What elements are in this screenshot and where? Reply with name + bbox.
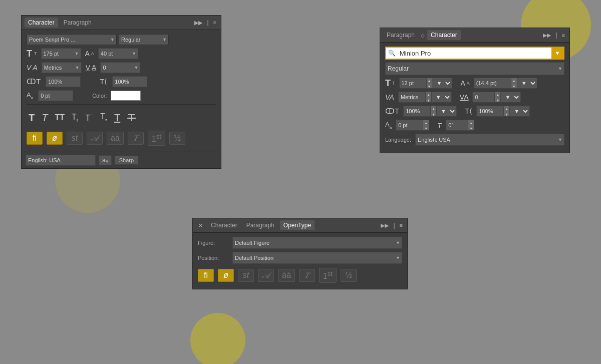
type-btn-sup[interactable]: T⁻ bbox=[83, 112, 95, 124]
panel-left-footer: English: USA aₐ Sharp bbox=[22, 152, 221, 168]
font-name-select[interactable]: Poem Script Pro ... bbox=[27, 34, 117, 45]
size-icon: T T bbox=[27, 49, 37, 59]
tracking-select-wrapper: Metrics ▼ bbox=[42, 62, 82, 73]
scale-h-input[interactable] bbox=[46, 76, 81, 87]
pr-size-arrows[interactable]: ▲▼ bbox=[427, 78, 433, 89]
ot-panel-btn-titling[interactable]: 𝑇 bbox=[299, 269, 315, 282]
panel-ot-header: ✕ Character Paragraph OpenType ▶▶ | ≡ bbox=[193, 218, 407, 233]
panel-left-menu[interactable]: ≡ bbox=[212, 20, 218, 26]
leading-select-wrapper: 40 pt ▼ bbox=[98, 48, 138, 59]
pr-language-label: Language: bbox=[385, 137, 411, 143]
pr-scale-v-arrows[interactable]: ▲▼ bbox=[504, 106, 510, 117]
type-btn-underline[interactable]: T bbox=[112, 111, 122, 125]
ot-btn-st[interactable]: st bbox=[67, 132, 83, 145]
baseline-icon: Aa bbox=[27, 91, 33, 100]
panel-left-arrows[interactable]: ▶▶ bbox=[193, 20, 204, 26]
close-button[interactable]: ✕ bbox=[196, 222, 205, 229]
pr-scale-h-input[interactable] bbox=[403, 106, 431, 117]
panel-character-right: Paragraph ◇ Character ▶▶ | ≡ 🔍 ▼ Regular… bbox=[380, 28, 570, 153]
tab-opentype[interactable]: OpenType bbox=[280, 220, 315, 230]
panel-ot-menu[interactable]: ≡ bbox=[398, 222, 404, 228]
scale-row: ↀT T⟨ bbox=[27, 76, 216, 87]
pr-tracking-unit[interactable]: ▼ bbox=[432, 92, 452, 103]
ot-panel-btn-fi[interactable]: fi bbox=[198, 269, 214, 282]
ot-btn-ordinal[interactable]: 1st bbox=[148, 131, 165, 146]
panel-right-header: Paragraph ◇ Character ▶▶ | ≡ bbox=[380, 28, 569, 43]
baseline-input[interactable] bbox=[38, 90, 73, 101]
panel-ot-arrows[interactable]: ▶▶ bbox=[379, 222, 390, 229]
tab-paragraph-ot[interactable]: Paragraph bbox=[243, 220, 278, 230]
font-search-input[interactable] bbox=[398, 48, 551, 59]
ot-btn-fi[interactable]: fi bbox=[27, 132, 43, 145]
leading-select[interactable]: 40 pt bbox=[98, 48, 138, 59]
ot-btn-calligraphic[interactable]: 𝒜 bbox=[87, 132, 103, 145]
ot-panel-btn-calligraphic[interactable]: 𝒜 bbox=[258, 269, 274, 282]
pr-language-select[interactable]: English: USA bbox=[415, 134, 564, 146]
font-style-select[interactable]: Regular bbox=[119, 34, 169, 45]
pr-leading-arrows[interactable]: ▲▼ bbox=[511, 78, 517, 89]
pr-skew-arrows[interactable]: ▲▼ bbox=[468, 120, 474, 131]
pr-kerning-input[interactable] bbox=[472, 92, 495, 103]
pr-tracking-arrows[interactable]: ▲▼ bbox=[426, 92, 432, 103]
panel-right-arrows[interactable]: ▶▶ bbox=[541, 32, 552, 39]
tab-paragraph-left[interactable]: Paragraph bbox=[60, 18, 95, 28]
ot-btn-ornament[interactable]: ø bbox=[47, 132, 63, 145]
search-icon: 🔍 bbox=[388, 50, 396, 57]
tracking-kerning-row: V A Metrics ▼ V A 0 ▼ bbox=[27, 62, 216, 73]
tracking-select[interactable]: Metrics bbox=[42, 62, 82, 73]
pr-tracking-input[interactable] bbox=[398, 92, 426, 103]
position-select[interactable]: Default Position bbox=[232, 252, 402, 264]
pr-scale-v-spinbox: ▲▼ ▼ bbox=[476, 106, 530, 117]
scale-v-input[interactable] bbox=[112, 76, 147, 87]
type-style-buttons: T T TT Tr T⁻ T₂ T ⊤ bbox=[27, 109, 216, 127]
pr-size-unit[interactable]: ▼ bbox=[432, 78, 452, 89]
kerning-select[interactable]: 0 bbox=[100, 62, 140, 73]
ot-panel-btn-st[interactable]: st bbox=[238, 269, 254, 282]
pr-scale-v-input[interactable] bbox=[476, 106, 504, 117]
tab-character-right[interactable]: Character bbox=[427, 30, 461, 40]
pr-scale-h-arrows[interactable]: ▲▼ bbox=[431, 106, 437, 117]
pr-leading-input[interactable] bbox=[474, 78, 511, 89]
figure-select-wrapper: Default Figure ▼ bbox=[232, 237, 402, 249]
pr-scale-v-unit[interactable]: ▼ bbox=[510, 106, 530, 117]
baseline-color-row: Aa Color: bbox=[27, 90, 216, 101]
type-btn-strikethrough[interactable]: ⊤ bbox=[125, 111, 138, 125]
font-style-wrapper: Regular ▼ bbox=[119, 34, 169, 45]
ot-panel-btn-ornament[interactable]: ø bbox=[218, 269, 234, 282]
size-select[interactable]: 175 pt bbox=[41, 48, 81, 59]
tab-character-left[interactable]: Character bbox=[25, 18, 58, 28]
type-btn-italic[interactable]: T bbox=[40, 111, 50, 125]
pr-scale-h-spinbox: ▲▼ ▼ bbox=[403, 106, 457, 117]
pr-baseline-arrows[interactable]: ▲▼ bbox=[423, 120, 429, 131]
type-btn-allcaps[interactable]: TT bbox=[53, 112, 67, 123]
style-row: Regular ▼ bbox=[385, 62, 564, 75]
ot-panel-btn-fraction[interactable]: ½ bbox=[341, 269, 357, 282]
pr-scale-v-icon: T⟨ bbox=[465, 107, 472, 116]
ot-panel-btn-aa[interactable]: āā bbox=[278, 269, 295, 282]
tab-paragraph-right[interactable]: Paragraph bbox=[383, 30, 418, 40]
language-select-left[interactable]: English: USA bbox=[26, 155, 96, 166]
pr-size-input[interactable] bbox=[399, 78, 427, 89]
type-btn-smallcaps[interactable]: Tr bbox=[70, 112, 80, 124]
pr-skew-input[interactable] bbox=[446, 120, 468, 131]
pr-baseline-input[interactable] bbox=[396, 120, 423, 131]
type-btn-normal[interactable]: T bbox=[27, 111, 37, 125]
pr-kerning-unit[interactable]: ▼ bbox=[501, 92, 521, 103]
pr-kerning-arrows[interactable]: ▲▼ bbox=[495, 92, 501, 103]
style-select[interactable]: Regular bbox=[385, 62, 564, 75]
ot-btn-aa[interactable]: āā bbox=[107, 132, 124, 145]
sharp-button[interactable]: Sharp bbox=[115, 156, 138, 165]
figure-select[interactable]: Default Figure bbox=[232, 237, 402, 249]
type-btn-sub[interactable]: T₂ bbox=[98, 111, 109, 124]
color-swatch[interactable] bbox=[111, 91, 141, 101]
tab-character-ot[interactable]: Character bbox=[207, 220, 241, 230]
position-label: Position: bbox=[198, 255, 230, 261]
pr-leading-unit[interactable]: ▼ bbox=[517, 78, 537, 89]
panel-right-menu[interactable]: ≡ bbox=[560, 32, 566, 38]
ot-btn-titling[interactable]: 𝑇 bbox=[128, 132, 144, 145]
search-dropdown-arrow[interactable]: ▼ bbox=[551, 48, 563, 59]
aa-button[interactable]: aₐ bbox=[99, 155, 112, 165]
pr-scale-h-unit[interactable]: ▼ bbox=[437, 106, 457, 117]
ot-btn-fraction[interactable]: ½ bbox=[169, 132, 185, 145]
ot-panel-btn-ordinal[interactable]: 1st bbox=[319, 268, 337, 283]
